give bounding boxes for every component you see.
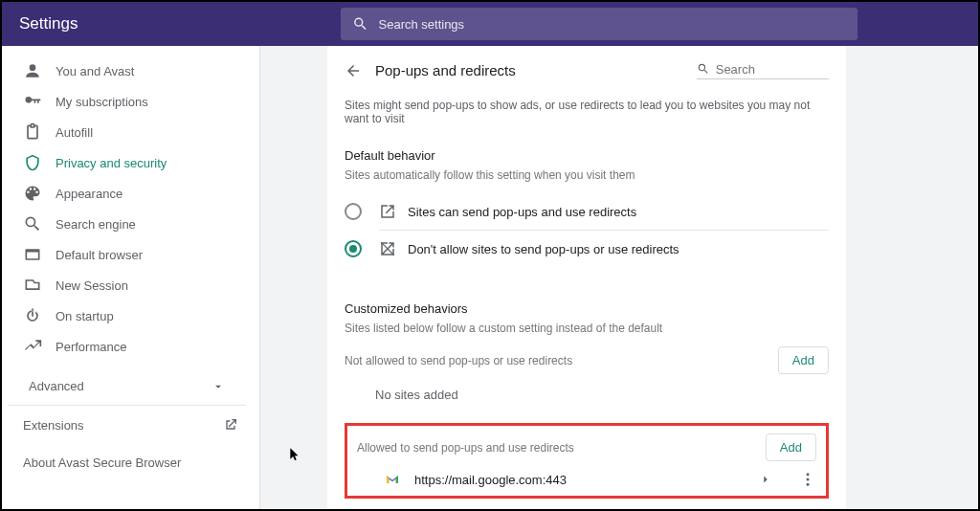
default-behavior-sub: Sites automatically follow this setting … (345, 168, 829, 182)
palette-icon (23, 184, 42, 203)
radio-button-unselected[interactable] (345, 203, 362, 220)
default-behavior-title: Default behavior (345, 148, 829, 163)
app-title: Settings (19, 14, 78, 33)
gmail-icon (384, 471, 401, 488)
svg-point-0 (807, 473, 810, 476)
search-settings-box[interactable] (341, 8, 858, 40)
allowed-section-highlight: Allowed to send pop-ups and use redirect… (345, 423, 829, 499)
sidebar-item-label: You and Avast (56, 64, 134, 78)
sidebar-item-label: On startup (56, 309, 114, 323)
browser-icon (23, 245, 42, 264)
radio-button-selected[interactable] (345, 240, 362, 257)
page-title: Pop-ups and redirects (375, 62, 516, 78)
popup-allow-icon (379, 203, 396, 220)
sidebar-item-subscriptions[interactable]: My subscriptions (2, 86, 259, 117)
key-icon (23, 92, 42, 111)
search-settings-input[interactable] (379, 17, 847, 32)
intro-text: Sites might send pop-ups to show ads, or… (345, 99, 829, 125)
sidebar-item-label: Performance (56, 340, 126, 354)
sidebar-item-search-engine[interactable]: Search engine (2, 209, 259, 239)
extensions-label: Extensions (23, 418, 84, 433)
sidebar: You and Avast My subscriptions Autofill … (2, 46, 260, 509)
shield-icon (23, 153, 42, 172)
popup-block-icon (379, 240, 396, 257)
no-sites-text: No sites added (345, 374, 829, 402)
svg-point-2 (807, 483, 810, 486)
clipboard-icon (23, 122, 42, 142)
add-allowed-button[interactable]: Add (766, 433, 816, 461)
sidebar-about[interactable]: About Avast Secure Browser (2, 444, 259, 481)
content-search-box[interactable] (697, 61, 829, 79)
svg-point-1 (807, 478, 810, 481)
chevron-down-icon (212, 380, 225, 393)
sidebar-item-label: Search engine (56, 217, 136, 232)
back-arrow-icon[interactable] (345, 62, 362, 79)
content-search-input[interactable] (716, 62, 829, 77)
tab-icon (23, 276, 42, 295)
not-allowed-title: Not allowed to send pop-ups or use redir… (345, 354, 572, 367)
add-not-allowed-button[interactable]: Add (778, 346, 829, 374)
sidebar-item-label: Appearance (56, 187, 122, 201)
site-url: https://mail.google.com:443 (414, 473, 759, 487)
allowed-title: Allowed to send pop-ups and use redirect… (357, 441, 574, 455)
sidebar-item-label: My subscriptions (56, 95, 148, 109)
radio-block-label: Don't allow sites to send pop-ups or use… (408, 242, 679, 256)
content-panel: Pop-ups and redirects Sites might send p… (327, 46, 846, 509)
sidebar-extensions[interactable]: Extensions (2, 406, 259, 444)
radio-allow-label: Sites can send pop-ups and use redirects (408, 205, 636, 219)
sidebar-item-new-session[interactable]: New Session (2, 270, 259, 300)
radio-allow-popups[interactable]: Sites can send pop-ups and use redirects (345, 193, 829, 230)
radio-block-popups[interactable]: Don't allow sites to send pop-ups or use… (345, 231, 829, 267)
chevron-right-icon[interactable] (759, 473, 772, 486)
sidebar-item-label: Autofill (56, 125, 93, 140)
search-icon (697, 61, 710, 77)
search-icon (352, 15, 368, 33)
advanced-label: Advanced (29, 379, 84, 393)
about-label: About Avast Secure Browser (23, 455, 181, 470)
app-header: Settings (2, 2, 978, 46)
sidebar-item-label: Privacy and security (56, 156, 167, 170)
sidebar-item-default-browser[interactable]: Default browser (2, 239, 259, 270)
sidebar-item-performance[interactable]: Performance (2, 331, 259, 362)
power-icon (23, 306, 42, 325)
person-icon (23, 61, 42, 80)
sidebar-advanced-toggle[interactable]: Advanced (8, 367, 246, 406)
customized-behaviors-title: Customized behaviors (345, 301, 829, 316)
sidebar-item-you-and-avast[interactable]: You and Avast (2, 56, 259, 86)
mouse-cursor-icon (288, 445, 301, 462)
sidebar-item-on-startup[interactable]: On startup (2, 300, 259, 331)
sidebar-item-appearance[interactable]: Appearance (2, 178, 259, 209)
allowed-site-row[interactable]: https://mail.google.com:443 (357, 461, 816, 488)
customized-behaviors-sub: Sites listed below follow a custom setti… (345, 322, 829, 335)
trend-icon (23, 337, 42, 356)
search-icon (23, 214, 42, 233)
sidebar-item-privacy[interactable]: Privacy and security (2, 147, 259, 178)
more-vert-icon[interactable] (799, 471, 816, 488)
open-external-icon (223, 417, 238, 433)
sidebar-item-label: Default browser (56, 248, 143, 262)
sidebar-item-label: New Session (56, 278, 128, 293)
sidebar-item-autofill[interactable]: Autofill (2, 117, 259, 147)
